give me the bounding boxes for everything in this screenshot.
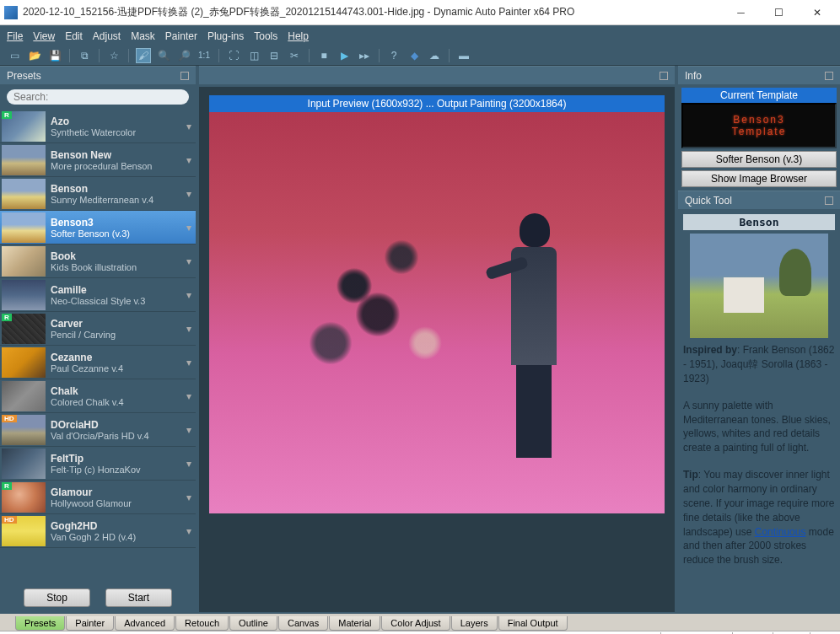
menu-adjust[interactable]: Adjust bbox=[93, 30, 121, 42]
tab-color-adjust[interactable]: Color Adjust bbox=[381, 616, 450, 631]
tab-advanced[interactable]: Advanced bbox=[115, 616, 175, 631]
brush-icon[interactable]: 🖌 bbox=[136, 48, 151, 63]
preset-item-benson3[interactable]: Benson3 Softer Benson (v.3) ▾ bbox=[0, 211, 196, 244]
star-icon[interactable]: ☆ bbox=[106, 48, 121, 63]
menu-help[interactable]: Help bbox=[288, 30, 309, 42]
cloud-icon[interactable]: ☁ bbox=[427, 48, 442, 63]
preset-dropdown-icon[interactable]: ▾ bbox=[184, 222, 194, 234]
paint-splatter bbox=[260, 171, 496, 458]
preset-dropdown-icon[interactable]: ▾ bbox=[184, 188, 194, 200]
menu-plugins[interactable]: Plug-ins bbox=[207, 30, 244, 42]
copy-icon[interactable]: ⧉ bbox=[77, 48, 92, 63]
crop-icon[interactable]: ✂ bbox=[287, 48, 302, 63]
quick-tool-header: Quick Tool bbox=[678, 191, 840, 209]
preset-item-carver[interactable]: R Carver Pencil / Carving ▾ bbox=[0, 312, 196, 346]
split-h-icon[interactable]: ◫ bbox=[246, 48, 261, 63]
pin-icon[interactable] bbox=[180, 72, 189, 80]
preset-dropdown-icon[interactable]: ▾ bbox=[184, 121, 194, 132]
tab-painter[interactable]: Painter bbox=[66, 616, 114, 631]
preset-name: Chalk bbox=[51, 385, 184, 397]
continuous-link[interactable]: Continuous bbox=[755, 526, 806, 538]
preset-text: Camille Neo-Classical Style v.3 bbox=[51, 284, 184, 306]
search-input[interactable] bbox=[13, 91, 182, 103]
tip-label: Tip bbox=[683, 469, 698, 481]
menu-file[interactable]: File bbox=[7, 30, 23, 42]
preset-dropdown-icon[interactable]: ▾ bbox=[184, 458, 194, 470]
zoom-in-icon[interactable]: 🔍 bbox=[156, 48, 171, 63]
preset-dropdown-icon[interactable]: ▾ bbox=[184, 289, 194, 301]
preset-thumb: HD bbox=[2, 516, 46, 546]
stop-button[interactable]: Stop bbox=[24, 588, 90, 607]
preset-item-dorciahd[interactable]: HD DOrciaHD Val d'Orcia/Paris HD v.4 ▾ bbox=[0, 413, 196, 447]
preset-dropdown-icon[interactable]: ▾ bbox=[184, 357, 194, 368]
preset-dropdown-icon[interactable]: ▾ bbox=[184, 154, 194, 166]
book-icon[interactable]: ◆ bbox=[407, 48, 422, 63]
tab-outline[interactable]: Outline bbox=[229, 616, 277, 631]
pin-icon[interactable] bbox=[825, 72, 833, 80]
help-icon[interactable]: ? bbox=[386, 48, 401, 63]
show-image-browser-button[interactable]: Show Image Browser bbox=[681, 170, 837, 187]
preset-item-cezanne[interactable]: Cezanne Paul Cezanne v.4 ▾ bbox=[0, 346, 196, 379]
separator bbox=[99, 49, 100, 62]
new-icon[interactable]: ▭ bbox=[7, 48, 22, 63]
menu-edit[interactable]: Edit bbox=[65, 30, 83, 42]
preset-item-book[interactable]: Book Kids Book illustration ▾ bbox=[0, 244, 196, 278]
start-button[interactable]: Start bbox=[105, 588, 172, 607]
titlebar: 2020-12-10_152156-迅捷PDF转换器 (2)_赤兔PDF转换器_… bbox=[0, 0, 840, 25]
maximize-button[interactable]: ☐ bbox=[760, 1, 798, 24]
stop-icon[interactable]: ■ bbox=[316, 48, 331, 63]
quick-preset-name: Benson bbox=[683, 214, 835, 230]
pin-icon[interactable] bbox=[660, 72, 668, 80]
preset-dropdown-icon[interactable]: ▾ bbox=[184, 424, 194, 436]
preset-item-benson[interactable]: Benson Sunny Mediterranean v.4 ▾ bbox=[0, 177, 196, 211]
fit-icon[interactable]: ⛶ bbox=[226, 48, 241, 63]
preset-thumb: HD bbox=[2, 415, 46, 445]
tab-layers[interactable]: Layers bbox=[451, 616, 498, 631]
tab-material[interactable]: Material bbox=[329, 616, 380, 631]
monitor-icon[interactable]: ▬ bbox=[456, 48, 471, 63]
preset-dropdown-icon[interactable]: ▾ bbox=[184, 525, 194, 537]
canvas-title: Input Preview (1600x932) ... Output Pain… bbox=[209, 95, 665, 112]
preset-item-chalk[interactable]: Chalk Colored Chalk v.4 ▾ bbox=[0, 379, 196, 413]
minimize-button[interactable]: ─ bbox=[722, 1, 760, 24]
tab-retouch[interactable]: Retouch bbox=[175, 616, 229, 631]
split-v-icon[interactable]: ⊟ bbox=[267, 48, 282, 63]
info-header: Info bbox=[678, 66, 840, 84]
canvas-image[interactable] bbox=[209, 112, 665, 513]
template-name-button[interactable]: Softer Benson (v.3) bbox=[681, 151, 837, 168]
preset-dropdown-icon[interactable]: ▾ bbox=[184, 323, 194, 335]
zoom-out-icon[interactable]: 🔎 bbox=[176, 48, 191, 63]
preset-item-azo[interactable]: R Azo Synthetic Watercolor ▾ bbox=[0, 110, 196, 143]
preset-thumb bbox=[2, 145, 46, 175]
presets-panel: Presets R Azo Synthetic Watercolor ▾ Ben… bbox=[0, 66, 196, 612]
preset-name: Benson New bbox=[51, 149, 184, 161]
led-line1: Benson3 bbox=[733, 114, 784, 126]
preset-desc: Synthetic Watercolor bbox=[51, 127, 184, 137]
menu-mask[interactable]: Mask bbox=[131, 30, 155, 42]
search-box[interactable] bbox=[7, 89, 189, 105]
save-icon[interactable]: 💾 bbox=[47, 48, 62, 63]
open-icon[interactable]: 📂 bbox=[27, 48, 42, 63]
preset-item-glamour[interactable]: R Glamour Hollywood Glamour ▾ bbox=[0, 481, 196, 514]
preset-desc: Kids Book illustration bbox=[51, 262, 184, 272]
pin-icon[interactable] bbox=[825, 196, 833, 205]
play-icon[interactable]: ▶ bbox=[337, 48, 352, 63]
preset-dropdown-icon[interactable]: ▾ bbox=[184, 390, 194, 402]
preset-item-benson new[interactable]: Benson New More procedural Benson ▾ bbox=[0, 143, 196, 177]
tab-canvas[interactable]: Canvas bbox=[278, 616, 328, 631]
close-button[interactable]: ✕ bbox=[798, 1, 836, 24]
preset-dropdown-icon[interactable]: ▾ bbox=[184, 255, 194, 267]
preset-item-gogh2hd[interactable]: HD Gogh2HD Van Gogh 2 HD (v.4) ▾ bbox=[0, 514, 196, 548]
preset-list[interactable]: R Azo Synthetic Watercolor ▾ Benson New … bbox=[0, 110, 196, 583]
tab-presets[interactable]: Presets bbox=[15, 616, 65, 631]
menu-view[interactable]: View bbox=[33, 30, 55, 42]
zoom-11-icon[interactable]: 1:1 bbox=[197, 48, 212, 63]
preset-item-felttip[interactable]: FeltTip Felt-Tip (c) HonzaKov ▾ bbox=[0, 447, 196, 481]
menu-tools[interactable]: Tools bbox=[254, 30, 277, 42]
tab-final-output[interactable]: Final Output bbox=[498, 616, 568, 631]
step-icon[interactable]: ▸▸ bbox=[357, 48, 372, 63]
preset-thumb bbox=[2, 347, 46, 378]
preset-dropdown-icon[interactable]: ▾ bbox=[184, 492, 194, 503]
menu-painter[interactable]: Painter bbox=[165, 30, 197, 42]
preset-item-camille[interactable]: Camille Neo-Classical Style v.3 ▾ bbox=[0, 278, 196, 312]
